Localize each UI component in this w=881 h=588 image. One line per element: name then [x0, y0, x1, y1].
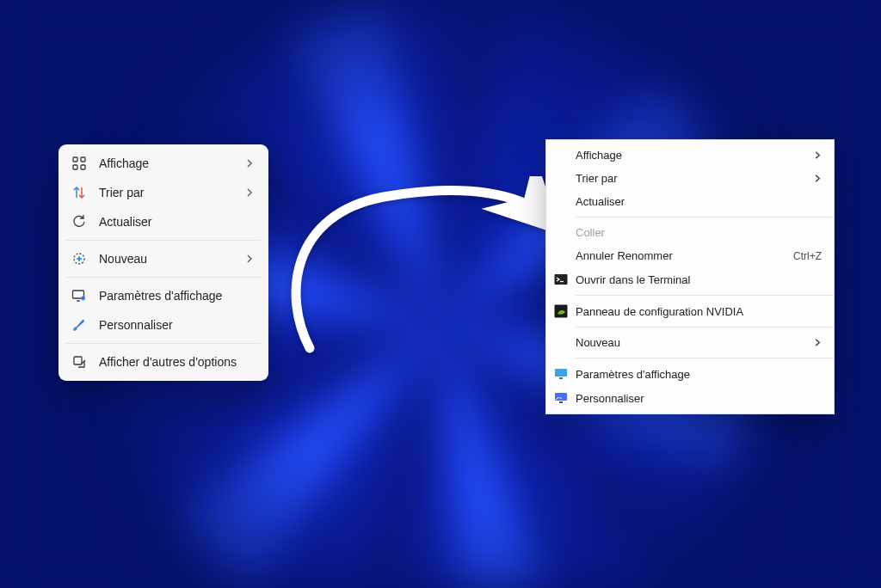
refresh-icon [71, 214, 87, 230]
menu-separator [576, 295, 834, 296]
chevron-right-icon [245, 254, 254, 263]
menu-item-label: Personnaliser [99, 318, 173, 332]
svg-rect-1 [81, 157, 85, 162]
svg-rect-10 [74, 357, 82, 364]
context-menu-classic-style: Affichage Trier par Actualiser Coller An… [545, 139, 835, 414]
menu-item-shortcut: Ctrl+Z [793, 250, 822, 262]
menu-separator [576, 217, 834, 217]
menu-item-label: Coller [576, 226, 605, 239]
grid-icon [71, 156, 87, 171]
menu-item-refresh[interactable]: Actualiser [63, 207, 264, 236]
menu-item-more-options[interactable]: Afficher d'autres d'options [63, 347, 264, 377]
menu-item-view[interactable]: Affichage [63, 149, 264, 178]
personalize-icon [546, 391, 576, 405]
display-icon [546, 367, 576, 381]
menu-item-label: Annuler Renommer [576, 249, 673, 262]
more-options-icon [71, 354, 87, 370]
svg-rect-15 [555, 369, 567, 377]
svg-rect-17 [555, 393, 567, 401]
menu-separator [66, 240, 261, 241]
svg-rect-3 [81, 165, 85, 169]
menu-item-label: Trier par [99, 186, 144, 199]
menu-item-label: Personnaliser [576, 392, 644, 405]
menu-item-label: Panneau de configuration NVIDIA [576, 305, 743, 318]
chevron-right-icon [245, 159, 254, 168]
brush-icon [71, 317, 87, 333]
menu-item-nvidia-panel[interactable]: Panneau de configuration NVIDIA [546, 299, 834, 323]
svg-rect-12 [555, 274, 568, 285]
svg-rect-18 [559, 401, 563, 403]
menu-item-display-settings[interactable]: Paramètres d'affichage [63, 281, 264, 310]
menu-item-personalize[interactable]: Personnaliser [63, 310, 264, 340]
svg-rect-16 [559, 377, 563, 379]
menu-item-undo-rename[interactable]: Annuler Renommer Ctrl+Z [546, 244, 834, 267]
menu-item-paste: Coller [546, 221, 834, 244]
menu-item-open-terminal[interactable]: Ouvrir dans le Terminal [546, 267, 834, 291]
menu-item-label: Nouveau [99, 252, 147, 266]
menu-item-new[interactable]: Nouveau [546, 331, 834, 354]
menu-item-display-settings[interactable]: Paramètres d'affichage [546, 362, 834, 386]
chevron-right-icon [245, 188, 254, 197]
menu-item-refresh[interactable]: Actualiser [546, 190, 834, 213]
menu-item-sort[interactable]: Trier par [546, 167, 834, 190]
menu-separator [66, 277, 261, 278]
menu-item-label: Afficher d'autres d'options [99, 355, 237, 369]
menu-item-label: Actualiser [576, 195, 625, 208]
svg-rect-2 [73, 165, 77, 169]
chevron-right-icon [814, 175, 822, 182]
menu-item-label: Paramètres d'affichage [99, 289, 222, 303]
menu-item-sort[interactable]: Trier par [63, 178, 264, 207]
menu-separator [576, 358, 834, 358]
menu-separator [66, 343, 261, 344]
context-menu-new-style: Affichage Trier par Actualiser Nouveau P… [59, 144, 268, 381]
chevron-right-icon [814, 339, 822, 346]
menu-item-label: Affichage [99, 156, 149, 170]
menu-item-label: Affichage [576, 149, 622, 162]
menu-item-label: Trier par [576, 172, 618, 185]
nvidia-icon [546, 304, 576, 318]
sort-arrows-icon [71, 185, 87, 200]
menu-item-label: Nouveau [576, 336, 620, 349]
chevron-right-icon [814, 151, 822, 159]
menu-item-label: Actualiser [99, 215, 151, 229]
svg-rect-0 [73, 157, 77, 162]
menu-item-label: Ouvrir dans le Terminal [576, 273, 690, 286]
display-settings-icon [71, 288, 87, 303]
menu-item-personalize[interactable]: Personnaliser [546, 386, 834, 410]
new-icon [71, 251, 87, 266]
menu-item-new[interactable]: Nouveau [63, 244, 264, 273]
menu-separator [576, 327, 834, 328]
menu-item-label: Paramètres d'affichage [576, 368, 690, 381]
menu-item-view[interactable]: Affichage [546, 144, 834, 167]
terminal-icon [546, 273, 576, 286]
